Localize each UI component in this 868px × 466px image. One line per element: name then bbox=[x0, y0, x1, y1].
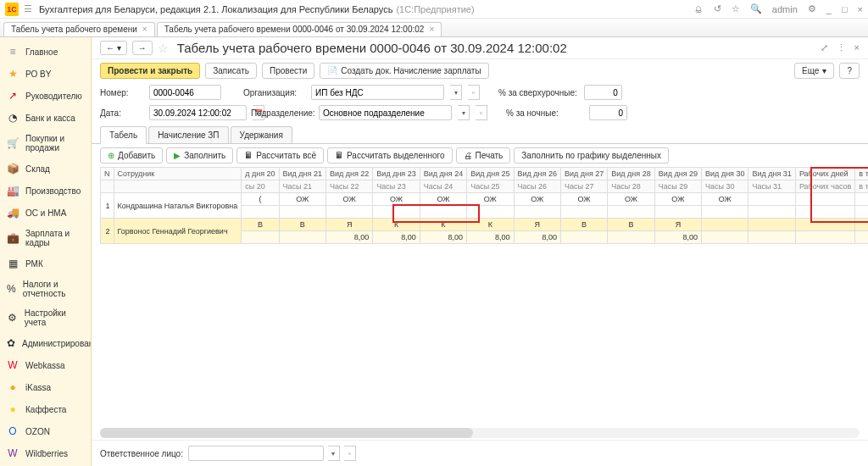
col-header[interactable]: Вид дня 25 bbox=[467, 168, 514, 180]
sidebar-item[interactable]: ⚙Настройки учета bbox=[0, 303, 91, 332]
org-dd-icon[interactable]: ▾ bbox=[450, 85, 462, 100]
col-header[interactable]: Вид дня 28 bbox=[608, 168, 654, 180]
col-header[interactable]: в т.ч. ночных часов bbox=[855, 168, 868, 180]
sidebar-item[interactable]: WWebkassa bbox=[0, 354, 91, 376]
col-header[interactable]: Рабочих дней bbox=[795, 168, 854, 180]
sidebar-icon: W bbox=[7, 447, 19, 459]
favorite-icon[interactable]: ☆ bbox=[158, 42, 169, 55]
sub-tab-deductions[interactable]: Удержания bbox=[231, 126, 292, 143]
sidebar-item[interactable]: ✿Администрирование bbox=[0, 332, 91, 354]
col-header[interactable]: N bbox=[101, 168, 114, 180]
print-button[interactable]: 🖨Печать bbox=[456, 147, 511, 164]
col-header[interactable]: Вид дня 27 bbox=[560, 168, 607, 180]
create-payroll-button[interactable]: 📄Создать док. Начисление зарплаты bbox=[320, 63, 488, 79]
sidebar-label: Webkassa bbox=[25, 361, 65, 370]
main-toolbar: Провести и закрыть Записать Провести 📄Со… bbox=[92, 59, 868, 82]
grid-viewport[interactable]: NСотрудникд дня 20Вид дня 21Вид дня 22Ви… bbox=[92, 167, 868, 428]
maximize-icon[interactable]: □ bbox=[842, 4, 848, 14]
fill-schedule-button[interactable]: Заполнить по графику выделенных bbox=[514, 147, 669, 164]
sub-tab-timesheet[interactable]: Табель bbox=[100, 126, 147, 144]
sidebar-item[interactable]: ◔Банк и касса bbox=[0, 107, 91, 129]
col-header[interactable]: д дня 20 bbox=[242, 168, 279, 180]
recalc-sel-button[interactable]: 🖩Рассчитать выделенного bbox=[327, 147, 453, 164]
tab-close-icon[interactable]: × bbox=[429, 25, 434, 34]
col-header[interactable]: Вид дня 24 bbox=[420, 168, 466, 180]
forward-button[interactable]: → bbox=[132, 41, 153, 55]
help-button[interactable]: ? bbox=[839, 63, 860, 79]
col-subheader: в т.ч. сверхурочных часов bbox=[855, 180, 868, 193]
minimize-icon[interactable]: _ bbox=[826, 4, 832, 14]
dept-input[interactable] bbox=[319, 105, 452, 120]
sidebar-icon: 🏭 bbox=[7, 185, 19, 197]
col-header[interactable]: Вид дня 23 bbox=[373, 168, 420, 180]
sidebar-item[interactable]: ↗Руководителю bbox=[0, 85, 91, 107]
horizontal-scrollbar[interactable] bbox=[100, 428, 860, 438]
back-button[interactable]: ← ▾ bbox=[100, 41, 127, 55]
sidebar-item[interactable]: ★РО BY bbox=[0, 63, 91, 85]
search-icon[interactable]: 🔍 bbox=[750, 3, 762, 14]
responsible-input[interactable] bbox=[188, 446, 324, 461]
org-input[interactable] bbox=[311, 85, 444, 100]
fill-button[interactable]: ▶Заполнить bbox=[166, 147, 233, 164]
sidebar-item[interactable]: ●iKassa bbox=[0, 376, 91, 398]
close-icon[interactable]: × bbox=[858, 4, 863, 14]
kebab-icon[interactable]: ⋮ bbox=[837, 42, 846, 53]
col-header[interactable]: Вид дня 29 bbox=[654, 168, 701, 180]
post-button[interactable]: Провести bbox=[262, 63, 314, 79]
col-header[interactable]: Сотрудник bbox=[114, 168, 242, 180]
sidebar-icon: ● bbox=[7, 381, 19, 393]
col-subheader: Часы 22 bbox=[326, 180, 372, 193]
col-header[interactable]: Вид дня 31 bbox=[748, 168, 795, 180]
sidebar-item[interactable]: 📦Склад bbox=[0, 158, 91, 180]
overtime-input[interactable] bbox=[584, 85, 622, 100]
recalc-all-button[interactable]: 🖩Рассчитать всё bbox=[236, 147, 324, 164]
sidebar-item[interactable]: WWildberries bbox=[0, 442, 91, 464]
sidebar-item[interactable]: 🚚ОС и НМА bbox=[0, 202, 91, 224]
document-tab[interactable]: Табель учета рабочего времени× bbox=[3, 22, 155, 36]
date-input[interactable] bbox=[149, 105, 247, 120]
sidebar-item[interactable]: 🛒Покупки и продажи bbox=[0, 129, 91, 158]
responsible-dd-icon[interactable]: ▾ bbox=[328, 446, 340, 461]
table-row[interactable]: 2Горвонос Геннадий ГеоргиевичВВЯКККЯВВЯ2… bbox=[101, 219, 869, 231]
write-button[interactable]: Записать bbox=[205, 63, 257, 79]
settings-icon[interactable]: ⚙ bbox=[808, 3, 816, 14]
star-icon[interactable]: ☆ bbox=[732, 3, 740, 14]
doc-title: Табель учета рабочего времени 0000-0046 … bbox=[177, 41, 567, 55]
menu-icon[interactable]: ☰ bbox=[24, 3, 32, 14]
dept-dd-icon[interactable]: ▾ bbox=[458, 105, 470, 120]
sidebar-item[interactable]: 💼Зарплата и кадры bbox=[0, 224, 91, 252]
col-header[interactable]: Вид дня 22 bbox=[326, 168, 372, 180]
sidebar-icon: 💼 bbox=[7, 232, 19, 244]
col-header[interactable]: Вид дня 26 bbox=[514, 168, 560, 180]
more-button[interactable]: Еще ▾ bbox=[794, 63, 834, 79]
sidebar-icon: ↗ bbox=[7, 90, 19, 102]
responsible-open-icon[interactable]: ▫ bbox=[344, 446, 356, 461]
sidebar-item[interactable]: ▦РМК bbox=[0, 252, 91, 275]
document-tab[interactable]: Табель учета рабочего времени 0000-0046 … bbox=[157, 22, 442, 36]
add-button[interactable]: ⊕Добавить bbox=[100, 147, 163, 164]
tab-close-icon[interactable]: × bbox=[142, 25, 147, 34]
sub-tab-payroll[interactable]: Начисление ЗП bbox=[148, 126, 228, 143]
history-icon[interactable]: ↺ bbox=[714, 3, 721, 14]
number-input[interactable] bbox=[149, 85, 221, 100]
col-header[interactable]: Вид дня 30 bbox=[702, 168, 748, 180]
user-label[interactable]: admin bbox=[772, 4, 798, 14]
sidebar-item[interactable]: ●Каффеста bbox=[0, 398, 91, 420]
recalc-all-label: Рассчитать всё bbox=[256, 151, 316, 160]
dept-open-icon[interactable]: ▫ bbox=[476, 105, 487, 120]
night-input[interactable] bbox=[589, 105, 627, 120]
post-and-close-button[interactable]: Провести и закрыть bbox=[100, 63, 200, 79]
sidebar-item[interactable]: OOZON bbox=[0, 420, 91, 442]
sidebar-item[interactable]: %Налоги и отчетность bbox=[0, 275, 91, 303]
link-icon[interactable]: ⤢ bbox=[821, 42, 828, 53]
table-row[interactable]: 1Кондрашина Наталья Викторовна( ОЖОЖОЖОЖ… bbox=[101, 193, 869, 206]
org-open-icon[interactable]: ▫ bbox=[468, 85, 480, 100]
sidebar-icon: ≡ bbox=[7, 46, 19, 58]
bell-icon[interactable]: 🕭 bbox=[694, 4, 704, 14]
sidebar-item[interactable]: 🏭Производство bbox=[0, 180, 91, 202]
titlebar: 1C ☰ Бухгалтерия для Беларуси, редакция … bbox=[0, 0, 868, 19]
scroll-thumb[interactable] bbox=[100, 428, 473, 438]
sidebar-item[interactable]: ≡Главное bbox=[0, 41, 91, 63]
doc-close-icon[interactable]: × bbox=[854, 42, 860, 53]
col-header[interactable]: Вид дня 21 bbox=[279, 168, 326, 180]
